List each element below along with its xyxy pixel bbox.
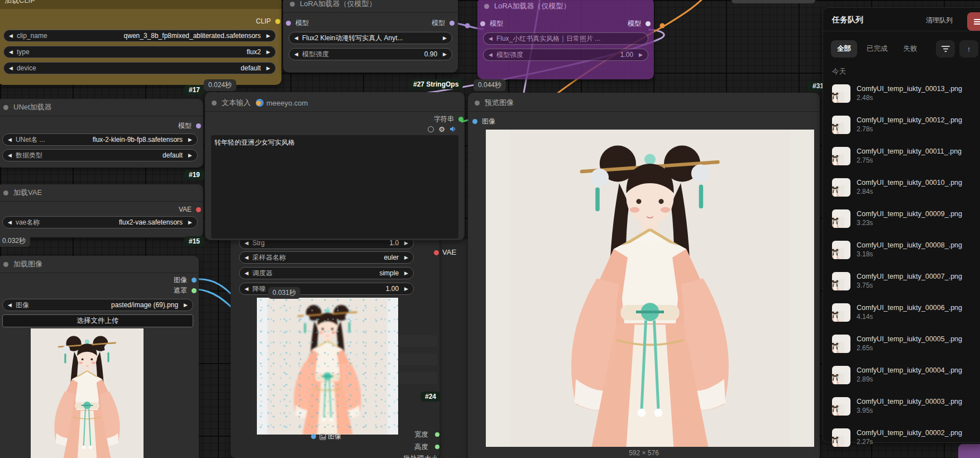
mask-output-port[interactable] bbox=[192, 288, 197, 293]
image-file-widget[interactable]: ◀ 图像 pasted/image (69).png ▶ bbox=[2, 299, 193, 311]
clip-name-widget[interactable]: ◀ clip_name qwen_3_8b_fp8mixed_abliterat… bbox=[3, 30, 276, 42]
queue-item[interactable]: ComfyUI_temp_iukty_00011_.png 2.75s bbox=[832, 147, 980, 165]
clear-queue-button[interactable]: 清理队列 bbox=[926, 16, 953, 25]
queue-item[interactable]: ComfyUI_temp_iukty_00004_.png 2.89s bbox=[832, 366, 980, 384]
decrement-arrow[interactable]: ◀ bbox=[9, 33, 13, 39]
lora2-strength-widget[interactable]: ◀ 模型强度 1.00 ▶ bbox=[483, 49, 648, 61]
increment-arrow[interactable]: ▶ bbox=[188, 152, 192, 158]
queue-item[interactable]: ComfyUI_temp_iukty_00007_.png 3.75s bbox=[832, 272, 980, 290]
tab-failed[interactable]: 失败 bbox=[897, 40, 924, 58]
text-input-node[interactable]: 文本输入 meeeyo.com 字符串 ⚙ 转年轻的亚洲少女写实风格 bbox=[205, 92, 465, 240]
model-input-port[interactable] bbox=[480, 21, 485, 26]
decrement-arrow[interactable]: ◀ bbox=[9, 49, 13, 55]
lora-loader-2-node[interactable]: LoRA加载器（仅模型） 模型 模型 ◀ Flux_小红书真实风格｜日常照片 .… bbox=[477, 0, 654, 79]
width-output-port[interactable] bbox=[435, 432, 439, 437]
tab-completed[interactable]: 已完成 bbox=[861, 40, 894, 58]
increment-arrow[interactable]: ▶ bbox=[188, 137, 192, 142]
image-output-port[interactable] bbox=[192, 278, 197, 283]
increment-arrow[interactable]: ▶ bbox=[404, 255, 408, 260]
queue-item[interactable]: ComfyUI_temp_iukty_00010_.png 2.84s bbox=[832, 178, 980, 197]
lora2-name-widget[interactable]: ◀ Flux_小红书真实风格｜日常照片 ... bbox=[483, 32, 648, 45]
queue-item[interactable]: ComfyUI_temp_iukty_00003_.png 3.95s bbox=[832, 397, 980, 416]
image-input-port[interactable] bbox=[472, 119, 477, 124]
increment-arrow[interactable]: ▶ bbox=[184, 302, 188, 308]
clip-device-widget[interactable]: ◀ device default ▶ bbox=[3, 62, 276, 74]
decrement-arrow[interactable]: ◀ bbox=[8, 302, 12, 308]
image-output-port[interactable] bbox=[311, 434, 316, 439]
lora-title-bar[interactable]: LoRA加载器（仅模型） bbox=[283, 0, 458, 12]
gear-icon[interactable]: ⚙ bbox=[438, 126, 445, 132]
preview-title-bar[interactable]: 预览图像 bbox=[468, 94, 820, 111]
increment-arrow[interactable]: ▶ bbox=[404, 270, 408, 276]
decrement-arrow[interactable]: ◀ bbox=[245, 240, 248, 246]
scheduler-widget[interactable]: ◀ 调度器 simple ▶ bbox=[239, 267, 414, 279]
node-graph-canvas[interactable]: ◀ Strg 1.0 ▶ ◀ 采样器名称 euler ▶ ◀ 调度器 simpl… bbox=[0, 0, 980, 458]
decrement-arrow[interactable]: ◀ bbox=[245, 255, 248, 260]
lora-strength-widget[interactable]: ◀ 模型强度 0.90 ▶ bbox=[289, 48, 452, 60]
increment-arrow[interactable]: ▶ bbox=[404, 240, 408, 246]
text-input-title-bar[interactable]: 文本输入 meeeyo.com bbox=[205, 94, 465, 111]
queue-item[interactable]: ComfyUI_temp_iukty_00009_.png 3.23s bbox=[832, 209, 980, 228]
queue-item[interactable]: ComfyUI_temp_iukty_00008_.png 3.18s bbox=[832, 241, 980, 259]
vae-output-port[interactable] bbox=[196, 207, 201, 212]
queue-item[interactable]: ComfyUI_temp_iukty_00013_.png 2.48s bbox=[832, 84, 980, 103]
increment-arrow[interactable]: ▶ bbox=[266, 65, 270, 71]
tab-all[interactable]: 全部 bbox=[831, 40, 857, 58]
model-output-port[interactable] bbox=[450, 21, 455, 26]
increment-arrow[interactable]: ▶ bbox=[266, 33, 270, 39]
load-vae-node[interactable]: 加载VAE VAE ◀ vae名称 flux2-vae.safetensors … bbox=[0, 184, 203, 237]
lora2-title-bar[interactable]: LoRA加载器（仅模型） bbox=[477, 0, 654, 15]
increment-arrow[interactable]: ▶ bbox=[188, 220, 192, 225]
prompt-textarea[interactable]: 转年轻的亚洲少女写实风格 bbox=[211, 135, 458, 238]
unet-name-widget[interactable]: ◀ UNet名 ... flux-2-klein-9b-fp8.safetens… bbox=[2, 133, 198, 146]
increment-arrow[interactable]: ▶ bbox=[639, 52, 643, 58]
decrement-arrow[interactable]: ◀ bbox=[9, 65, 13, 71]
decrement-arrow[interactable]: ◀ bbox=[8, 220, 12, 225]
node-title-text: LoRA加载器（仅模型） bbox=[300, 0, 376, 9]
model-output-port[interactable] bbox=[196, 123, 201, 128]
decrement-arrow[interactable]: ◀ bbox=[294, 51, 298, 57]
lora-loader-node[interactable]: LoRA加载器（仅模型） 模型 模型 ◀ Flux2 Klein动漫转写实真人 … bbox=[283, 0, 458, 73]
load-image-node[interactable]: 加载图像 图像 遮罩 ◀ 图像 pasted/image (69).png ▶ … bbox=[0, 256, 199, 458]
increment-arrow[interactable]: ▶ bbox=[266, 49, 270, 55]
upload-file-button[interactable]: 选择文件上传 bbox=[2, 314, 193, 327]
sort-button[interactable]: ↑ bbox=[959, 40, 978, 58]
unet-dtype-widget[interactable]: ◀ 数据类型 default ▶ bbox=[2, 149, 198, 161]
vae-name-widget[interactable]: ◀ vae名称 flux2-vae.safetensors ▶ bbox=[2, 216, 198, 228]
sampler-name-widget[interactable]: ◀ 采样器名称 euler ▶ bbox=[239, 251, 414, 264]
decrement-arrow[interactable]: ◀ bbox=[489, 36, 493, 41]
stop-queue-button[interactable] bbox=[967, 12, 980, 31]
queue-item[interactable]: ComfyUI_temp_iukty_00006_.png 4.14s bbox=[832, 303, 980, 322]
lora-name-widget[interactable]: ◀ Flux2 Klein动漫转写实真人 Anyt... ▶ bbox=[289, 32, 452, 44]
decrement-arrow[interactable]: ◀ bbox=[8, 152, 12, 158]
decrement-arrow[interactable]: ◀ bbox=[8, 137, 12, 142]
decrement-arrow[interactable]: ◀ bbox=[245, 286, 248, 292]
model-output-port[interactable] bbox=[646, 21, 651, 26]
preview-image-node[interactable]: 预览图像 图像 592 × 576 bbox=[468, 93, 820, 458]
decrement-arrow[interactable]: ◀ bbox=[489, 52, 493, 58]
image-input-label: 图像 bbox=[482, 117, 495, 126]
queue-item[interactable]: ComfyUI_temp_iukty_00002_.png 2.27s bbox=[832, 428, 980, 447]
unet-loader-node[interactable]: UNet加载器 模型 ◀ UNet名 ... flux-2-klein-9b-f… bbox=[0, 99, 203, 168]
decrement-arrow[interactable]: ◀ bbox=[245, 270, 248, 276]
load-image-title-bar[interactable]: 加载图像 bbox=[0, 256, 199, 273]
clip-type-widget[interactable]: ◀ type flux2 ▶ bbox=[3, 46, 276, 58]
queue-item[interactable]: ComfyUI_temp_iukty_00005_.png 2.65s bbox=[832, 335, 980, 353]
queue-item[interactable]: ComfyUI_temp_iukty_00012_.png 2.78s bbox=[832, 116, 980, 134]
decrement-arrow[interactable]: ◀ bbox=[294, 35, 298, 41]
model-input-port[interactable] bbox=[286, 21, 291, 26]
vae-input-port[interactable] bbox=[434, 250, 439, 255]
denoise-widget[interactable]: ◀ 降噪 1.00 ▶ bbox=[239, 283, 414, 295]
filter-button[interactable] bbox=[936, 40, 955, 58]
toggle-circle-icon[interactable] bbox=[428, 126, 434, 132]
load-clip-node[interactable]: 加载CLIP CLIP ◀ clip_name qwen_3_8b_fp8mix… bbox=[0, 0, 281, 85]
increment-arrow[interactable]: ▶ bbox=[443, 51, 447, 57]
increment-arrow[interactable]: ▶ bbox=[443, 35, 447, 41]
clip-output-port[interactable] bbox=[275, 19, 280, 24]
increment-arrow[interactable]: ▶ bbox=[404, 286, 408, 292]
speaker-icon[interactable] bbox=[450, 126, 457, 132]
unet-title-bar[interactable]: UNet加载器 bbox=[0, 99, 203, 116]
height-output-port[interactable] bbox=[435, 445, 439, 449]
vae-title-bar[interactable]: 加载VAE bbox=[0, 184, 203, 201]
load-clip-title-bar[interactable]: 加载CLIP bbox=[0, 0, 281, 9]
